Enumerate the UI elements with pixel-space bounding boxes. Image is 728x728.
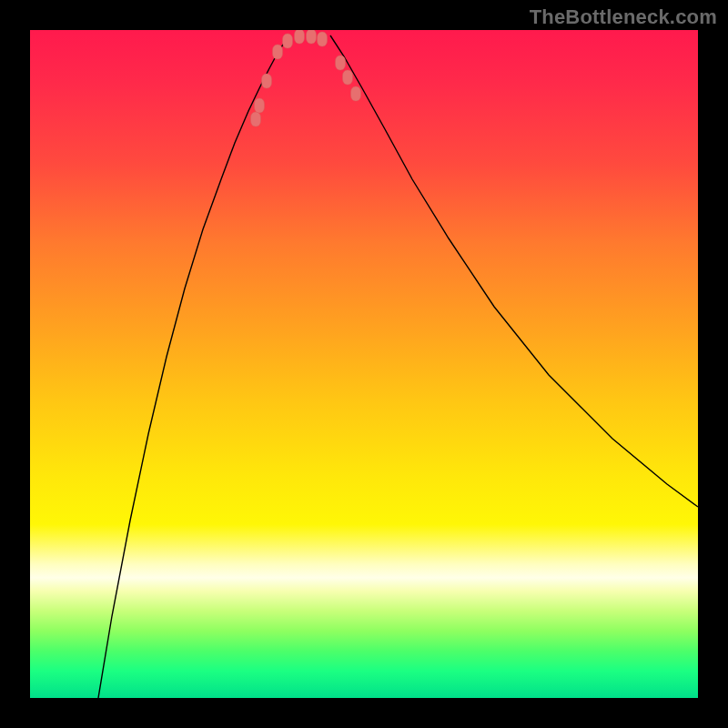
threshold-marker: [318, 32, 328, 46]
threshold-marker: [262, 74, 272, 88]
bottleneck-curve-right: [330, 35, 698, 507]
chart-frame: TheBottleneck.com: [0, 0, 728, 728]
threshold-marker: [295, 30, 305, 44]
threshold-marker: [351, 86, 361, 101]
plot-area: [30, 30, 698, 698]
bottleneck-curve-left: [98, 35, 289, 698]
threshold-marker: [343, 70, 353, 85]
chart-overlay: [30, 30, 698, 698]
threshold-marker: [307, 30, 317, 44]
threshold-marker: [273, 45, 283, 59]
threshold-marker: [283, 34, 293, 48]
threshold-marker: [336, 56, 346, 70]
threshold-marker: [255, 98, 265, 113]
threshold-marker: [251, 112, 261, 126]
threshold-markers-group: [251, 30, 361, 126]
watermark-text: TheBottleneck.com: [530, 5, 717, 29]
